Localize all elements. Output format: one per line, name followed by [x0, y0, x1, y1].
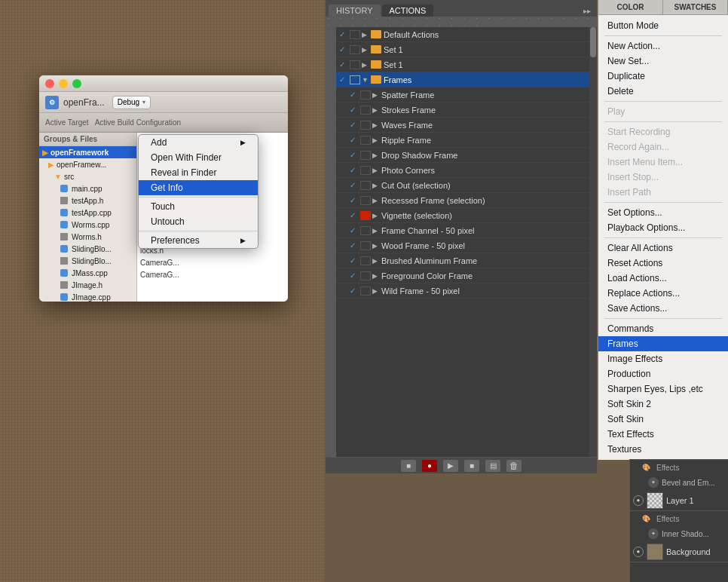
action-row-wild[interactable]: ✓ ▶ Wild Frame - 50 pixel — [336, 283, 589, 299]
action-label: Drop Shadow Frame — [381, 151, 458, 160]
menu-frames[interactable]: Frames — [598, 336, 728, 351]
action-row-strokes[interactable]: ✓ ▶ Strokes Frame — [336, 103, 589, 118]
menu-new-action[interactable]: New Action... — [598, 38, 728, 54]
record-button[interactable]: ● — [422, 460, 437, 472]
context-item-open-finder[interactable]: Open With Finder — [139, 150, 258, 165]
ruler-v — [326, 27, 336, 457]
action-row-woodframe[interactable]: ✓ ▶ Wood Frame - 50 pixel — [336, 238, 589, 253]
actions-scrollbar[interactable] — [589, 27, 597, 457]
menu-sharpen-eyes[interactable]: Sharpen Eyes, Lips ,etc — [598, 381, 728, 397]
menu-set-options[interactable]: Set Options... — [598, 205, 728, 220]
item-label: Image Effects — [607, 354, 662, 364]
menu-insert-stop: Insert Stop... — [598, 170, 728, 185]
menu-soft-skin[interactable]: Soft Skin — [598, 412, 728, 427]
sidebar-item-wormsh[interactable]: Worms.h — [39, 231, 136, 243]
action-row-dropshadow[interactable]: ✓ ▶ Drop Shadow Frame — [336, 148, 589, 163]
action-row-spatter[interactable]: ✓ ▶ Spatter Frame — [336, 87, 589, 103]
ps-menu-list: Button Mode New Action... New Set... Dup… — [598, 15, 728, 460]
sidebar-item-jimageh[interactable]: JImage.h — [39, 279, 136, 291]
sidebar-item-testappcpp[interactable]: testApp.cpp — [39, 207, 136, 219]
menu-image-effects[interactable]: Image Effects — [598, 351, 728, 366]
project-name: openFra... — [63, 97, 105, 108]
play-button[interactable]: ▶ — [443, 460, 458, 472]
item-label: Insert Menu Item... — [607, 157, 683, 167]
item-label: Replace Actions... — [607, 288, 680, 299]
context-item-prefs[interactable]: Preferences ▶ — [139, 233, 258, 248]
tab-color[interactable]: COLOR — [598, 0, 663, 14]
context-item-reveal[interactable]: Reveal in Finder — [139, 165, 258, 180]
context-item-add[interactable]: Add ▶ — [139, 135, 258, 150]
sidebar-item-jimagecpp[interactable]: JImage.cpp — [39, 291, 136, 302]
menu-load-actions[interactable]: Load Actions... — [598, 271, 728, 286]
menu-clear-all[interactable]: Clear All Actions — [598, 240, 728, 256]
sidebar-item-testapph[interactable]: testApp.h — [39, 195, 136, 207]
eye-icon[interactable]: ● — [633, 495, 644, 506]
sidebar-item-main[interactable]: main.cpp — [39, 182, 136, 195]
file-icon — [60, 269, 68, 277]
action-label: Photo Corners — [381, 166, 435, 175]
expand-arrow: ▶ — [372, 197, 381, 204]
context-item-untouch[interactable]: Untouch — [139, 214, 258, 229]
sidebar-item-openframew[interactable]: ▶ openFramew... — [39, 158, 136, 170]
context-item-touch[interactable]: Touch — [139, 199, 258, 214]
menu-duplicate[interactable]: Duplicate — [598, 69, 728, 84]
red-indicator — [360, 90, 371, 100]
minimize-dot[interactable] — [59, 79, 68, 88]
menu-playback-options[interactable]: Playback Options... — [598, 220, 728, 235]
actions-panel: HISTORY ACTIONS ▸▸ . . . . . . . . . . .… — [326, 0, 597, 473]
action-label: Wood Frame - 50 pixel — [381, 241, 465, 250]
action-row-frames[interactable]: ✓ ▼ Frames — [336, 72, 589, 87]
layer-1-row[interactable]: ● Layer 1 — [630, 490, 728, 511]
item-label: Worms.h — [72, 233, 102, 241]
action-row-set1a[interactable]: ✓ ▶ Set 1 — [336, 42, 589, 57]
sidebar-item-wormscpp[interactable]: Worms.cpp — [39, 219, 136, 231]
action-label: Brushed Aluminum Frame — [381, 256, 477, 265]
expand-arrow: ▶ — [362, 61, 371, 69]
maximize-dot[interactable] — [72, 79, 81, 88]
inner-shadow-row: ✦ Inner Shado... — [630, 526, 728, 541]
menu-reset-actions[interactable]: Reset Actions — [598, 256, 728, 271]
action-row-waves[interactable]: ✓ ▶ Waves Frame — [336, 118, 589, 133]
background-layer-row[interactable]: ● Background — [630, 541, 728, 562]
action-tool-5[interactable]: ▤ — [485, 460, 500, 472]
item-label: openFramework — [50, 149, 109, 157]
menu-textures[interactable]: Textures — [598, 442, 728, 457]
action-row-set1b[interactable]: ✓ ▶ Set 1 — [336, 57, 589, 72]
menu-delete[interactable]: Delete — [598, 84, 728, 99]
menu-replace-actions[interactable]: Replace Actions... — [598, 286, 728, 301]
sidebar-item-src[interactable]: ▼ src — [39, 170, 136, 182]
menu-soft-skin2[interactable]: Soft Skin 2 — [598, 397, 728, 412]
action-row-default[interactable]: ✓ ▶ Default Actions — [336, 27, 589, 42]
menu-commands[interactable]: Commands — [598, 321, 728, 336]
separator — [604, 101, 722, 102]
menu-text-effects[interactable]: Text Effects — [598, 427, 728, 442]
sidebar-item-openframework[interactable]: ▶ openFramework — [39, 146, 136, 158]
sidebar-item-sliding1[interactable]: SlidingBlo... — [39, 243, 136, 255]
item-label: Worms.cpp — [72, 221, 109, 229]
action-row-foreground[interactable]: ✓ ▶ Foreground Color Frame — [336, 268, 589, 283]
action-row-photo[interactable]: ✓ ▶ Photo Corners — [336, 163, 589, 178]
tab-swatches[interactable]: SWATCHES — [663, 0, 728, 14]
action-row-framechannel[interactable]: ✓ ▶ Frame Channel - 50 pixel — [336, 223, 589, 238]
action-row-vignette[interactable]: ✓ ▶ Vignette (selection) — [336, 208, 589, 223]
close-dot[interactable] — [45, 79, 54, 88]
delete-button[interactable]: 🗑 — [506, 460, 522, 472]
project-selector[interactable]: Debug ▾ — [112, 96, 151, 109]
action-row-ripple[interactable]: ✓ ▶ Ripple Frame — [336, 133, 589, 148]
context-item-getinfo[interactable]: Get Info — [139, 180, 258, 195]
action-row-recessed[interactable]: ✓ ▶ Recessed Frame (selection) — [336, 193, 589, 208]
stop-button[interactable]: ■ — [401, 460, 416, 472]
action-tool-4[interactable]: ■ — [464, 460, 479, 472]
menu-production[interactable]: Production — [598, 366, 728, 381]
eye-icon[interactable]: ● — [633, 547, 644, 557]
sidebar-item-sliding2[interactable]: SlidingBlo... — [39, 255, 136, 267]
scrollbar-thumb[interactable] — [590, 27, 596, 57]
menu-new-set[interactable]: New Set... — [598, 54, 728, 69]
file-icon — [60, 293, 68, 301]
action-row-cutout[interactable]: ✓ ▶ Cut Out (selection) — [336, 178, 589, 193]
menu-button-mode[interactable]: Button Mode — [598, 18, 728, 33]
action-row-brushed[interactable]: ✓ ▶ Brushed Aluminum Frame — [336, 253, 589, 268]
sidebar-item-jmasscpp[interactable]: JMass.cpp — [39, 267, 136, 279]
menu-save-actions[interactable]: Save Actions... — [598, 301, 728, 316]
layer-thumb — [647, 492, 663, 509]
